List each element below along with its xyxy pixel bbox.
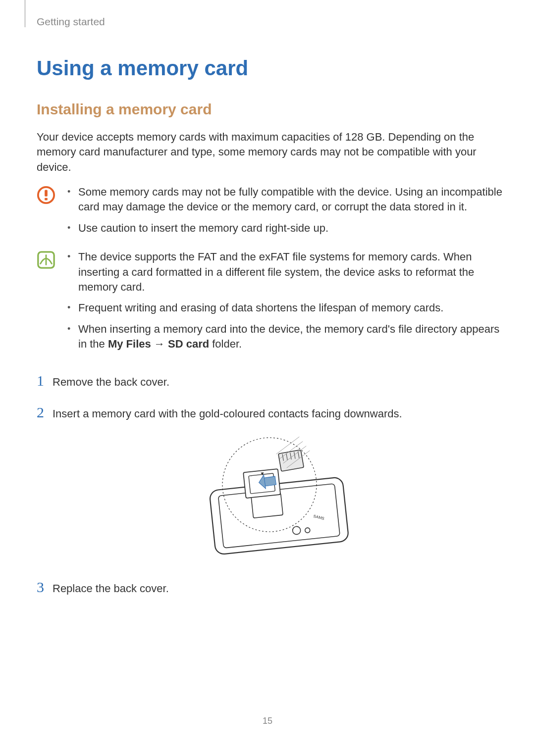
step-text: Insert a memory card with the gold-colou… [53, 406, 502, 421]
step-3: 3 Replace the back cover. [37, 579, 502, 596]
steps-list: 1 Remove the back cover. 2 Insert a memo… [37, 372, 502, 596]
svg-point-7 [292, 526, 301, 535]
section-heading: Installing a memory card [37, 101, 502, 118]
intro-paragraph: Your device accepts memory cards with ma… [37, 130, 502, 175]
caution-icon [37, 186, 55, 204]
note-bullet-2: • Frequent writing and erasing of data s… [67, 301, 502, 315]
caution-bullet-2: • Use caution to insert the memory card … [67, 221, 502, 236]
memory-card-illustration: SAMS [37, 435, 502, 564]
step-number: 1 [37, 372, 53, 389]
svg-point-8 [305, 528, 310, 533]
svg-rect-1 [45, 190, 48, 197]
breadcrumb: Getting started [37, 16, 502, 28]
caution-bullet-1: • Some memory cards may not be fully com… [67, 185, 502, 215]
step-text: Replace the back cover. [53, 581, 502, 596]
step-text: Remove the back cover. [53, 375, 502, 390]
caution-callout: • Some memory cards may not be fully com… [37, 185, 502, 242]
note-bullet-3: • When inserting a memory card into the … [67, 322, 502, 352]
step-number: 2 [37, 404, 53, 421]
note-icon [37, 251, 55, 269]
svg-rect-2 [45, 198, 48, 201]
step-number: 3 [37, 579, 53, 596]
page-edge-marker [25, 0, 25, 27]
note-bullet-1: • The device supports the FAT and the ex… [67, 250, 502, 295]
page-number: 15 [0, 716, 535, 726]
svg-rect-15 [278, 450, 304, 471]
page-content: Getting started Using a memory card Inst… [37, 16, 502, 610]
note-callout: • The device supports the FAT and the ex… [37, 250, 502, 357]
step-1: 1 Remove the back cover. [37, 372, 502, 390]
step-2: 2 Insert a memory card with the gold-col… [37, 404, 502, 421]
page-title: Using a memory card [37, 56, 502, 80]
